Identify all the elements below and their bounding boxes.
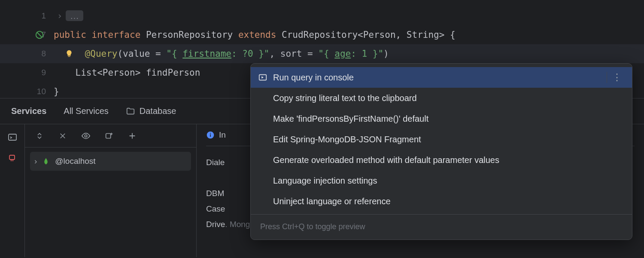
- info-icon: [206, 131, 215, 139]
- line-number: 10: [37, 87, 46, 96]
- menu-item-label: Uninject language or reference: [273, 197, 391, 206]
- menu-item-label: Edit Spring-MongoDB-JSON Fragment: [273, 135, 421, 144]
- menu-item-injection-settings[interactable]: Language injection settings: [251, 170, 632, 191]
- info-intro: In: [219, 130, 226, 140]
- svg-line-1: [37, 33, 42, 37]
- panel-left-bar: [0, 124, 25, 257]
- gutter-line: 1: [0, 6, 54, 25]
- editor-gutter: 1 7 8 9 10: [0, 0, 54, 98]
- chevron-right-icon[interactable]: ›: [34, 157, 37, 166]
- more-icon[interactable]: ⋮: [607, 72, 623, 83]
- expand-collapse-icon[interactable]: [34, 131, 45, 141]
- tab-label: Database: [140, 106, 176, 116]
- folder-icon: [126, 107, 135, 116]
- new-session-icon[interactable]: [104, 131, 114, 141]
- menu-item-run-query[interactable]: Run query in console ⋮: [251, 67, 632, 88]
- svg-rect-4: [9, 155, 15, 160]
- code-line[interactable]: public interface PersonRepository extend…: [54, 25, 644, 44]
- gutter-line: 10: [0, 82, 54, 101]
- fold-ellipsis[interactable]: …: [66, 10, 83, 21]
- svg-rect-6: [106, 133, 111, 138]
- line-number: 8: [41, 49, 46, 58]
- menu-item-copy-literal[interactable]: Copy string literal text to the clipboar…: [251, 88, 632, 108]
- console-icon[interactable]: [7, 132, 18, 142]
- menu-item-edit-fragment[interactable]: Edit Spring-MongoDB-JSON Fragment: [251, 129, 632, 150]
- menu-item-generate-overload[interactable]: Generate overloaded method with default …: [251, 150, 632, 170]
- lightbulb-icon[interactable]: [64, 49, 74, 58]
- gutter-line: 7: [0, 25, 54, 44]
- line-number: 9: [41, 68, 46, 77]
- menu-item-label: Copy string literal text to the clipboar…: [273, 93, 417, 103]
- close-icon[interactable]: [58, 131, 68, 141]
- chevron-right-icon[interactable]: ›: [54, 6, 66, 25]
- panel-tree: › @localhost: [25, 124, 197, 257]
- intention-actions-popup: Run query in console ⋮ Copy string liter…: [250, 63, 632, 240]
- line-number: 1: [41, 11, 46, 21]
- panel-title: Services: [11, 106, 46, 116]
- tree-toolbar: [25, 124, 196, 147]
- svg-point-5: [85, 135, 87, 137]
- menu-item-label: Make 'findPersonsByFirstName()' default: [273, 114, 428, 124]
- menu-item-label: Run query in console: [273, 73, 354, 83]
- prohibit-icon: [35, 30, 44, 40]
- code-line[interactable]: @Query(value = "{ firstname: ?0 }", sort…: [54, 44, 644, 63]
- tree-node-label: @localhost: [55, 157, 95, 166]
- menu-footer-hint: Press Ctrl+Q to toggle preview: [251, 217, 632, 236]
- plug-icon[interactable]: [7, 154, 18, 164]
- code-line-folded[interactable]: ›…: [54, 6, 644, 25]
- tab-all-services[interactable]: All Services: [64, 106, 108, 116]
- tree-node-localhost[interactable]: › @localhost: [30, 152, 191, 171]
- menu-item-label: Generate overloaded method with default …: [273, 155, 499, 165]
- svg-rect-2: [68, 56, 71, 57]
- tab-database[interactable]: Database: [126, 106, 176, 116]
- svg-rect-3: [9, 134, 16, 140]
- menu-item-label: Language injection settings: [273, 176, 377, 186]
- plus-icon[interactable]: [127, 131, 137, 141]
- eye-icon[interactable]: [81, 131, 91, 141]
- menu-item-make-default[interactable]: Make 'findPersonsByFirstName()' default: [251, 108, 632, 129]
- svg-rect-8: [210, 134, 211, 137]
- svg-rect-9: [210, 133, 211, 134]
- gutter-line: 9: [0, 63, 54, 82]
- mongodb-leaf-icon: [42, 157, 50, 165]
- menu-separator: [251, 214, 632, 215]
- menu-item-uninject[interactable]: Uninject language or reference: [251, 191, 632, 212]
- run-console-icon: [258, 72, 268, 83]
- gutter-line: 8: [0, 44, 54, 63]
